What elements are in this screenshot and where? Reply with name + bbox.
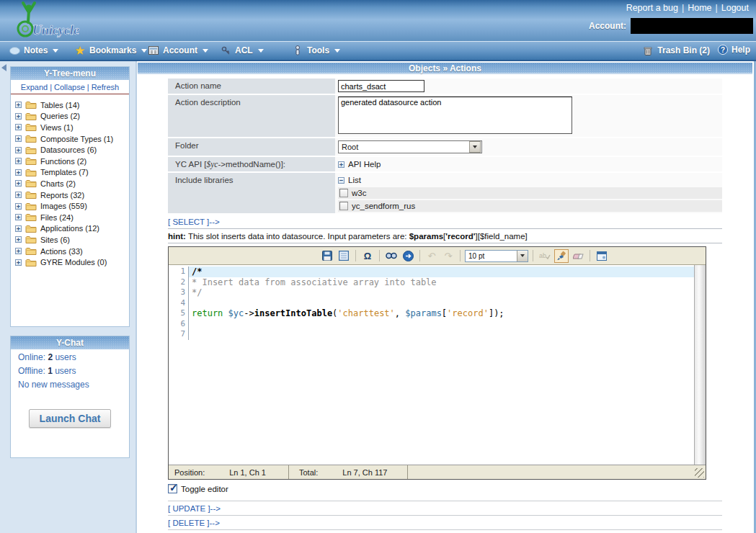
library-list-toggle[interactable]: − List [338, 174, 722, 186]
highlight-icon[interactable] [554, 249, 569, 263]
menu-item-trash-bin[interactable]: Trash Bin (2) [642, 45, 710, 56]
redo-icon[interactable]: ↷ [441, 249, 455, 263]
select-arrow-button[interactable] [517, 251, 528, 261]
expand-plus-icon[interactable]: + [338, 161, 344, 168]
expand-plus-icon[interactable]: + [15, 147, 22, 153]
toolbar-separator [460, 250, 461, 261]
undo-icon[interactable]: ↶ [424, 249, 439, 263]
code-line[interactable]: 5return $yc->insertIntoTable('charttest'… [169, 308, 694, 319]
action-name-input[interactable] [338, 80, 424, 92]
menu-item-account[interactable]: Account [148, 45, 208, 56]
tree-item[interactable]: +Datasources (6) [15, 144, 129, 156]
logout-link[interactable]: Logout [721, 3, 749, 13]
sidebar-collapse-icon[interactable] [1, 64, 6, 71]
tree-item[interactable]: +Composite Types (1) [15, 133, 129, 145]
unicycle-logo[interactable]: Unicycle [9, 1, 86, 42]
status-spacer [408, 465, 706, 479]
action-description-textarea[interactable]: generated datasource action [338, 97, 572, 134]
menu-item-acl[interactable]: ACL [220, 45, 264, 56]
expand-plus-icon[interactable]: + [15, 135, 22, 142]
folder-icon [25, 212, 37, 222]
yc-sendform-rus-checkbox[interactable] [339, 202, 348, 210]
special-chars-icon[interactable]: Ω [360, 249, 375, 263]
maximize-icon[interactable] [595, 249, 609, 263]
expand-plus-icon[interactable]: + [15, 225, 22, 232]
tree-item[interactable]: +Queries (2) [15, 111, 129, 122]
editor-vertical-scrollbar[interactable] [694, 265, 706, 465]
expand-plus-icon[interactable]: + [15, 124, 22, 130]
expand-plus-icon[interactable]: + [15, 180, 22, 187]
tree-item[interactable]: +Views (1) [15, 122, 129, 133]
code-area[interactable]: 1/*2* Insert data from associative array… [169, 265, 694, 465]
acl-icon [220, 45, 231, 56]
tree-item[interactable]: +Actions (33) [15, 246, 129, 257]
spellcheck-icon[interactable]: ab [538, 249, 552, 263]
goto-icon[interactable] [401, 249, 415, 263]
code-line[interactable]: 4 [169, 298, 694, 309]
erase-icon[interactable] [571, 249, 585, 263]
tree-refresh-link[interactable]: Refresh [92, 83, 120, 91]
report-a-bug-link[interactable]: Report a bug [626, 3, 678, 13]
tree-item[interactable]: +Templates (7) [15, 167, 129, 179]
home-link[interactable]: Home [688, 3, 711, 13]
tree-item[interactable]: +Images (559) [15, 200, 129, 212]
tree-item[interactable]: +Reports (32) [15, 189, 129, 201]
find-icon[interactable] [384, 249, 399, 263]
expand-plus-icon[interactable]: + [15, 192, 22, 198]
menu-item-label: Help [731, 45, 750, 55]
font-size-value: 10 pt [466, 252, 517, 260]
tree-item[interactable]: +Charts (2) [15, 178, 129, 189]
select-slot-link[interactable]: [ SELECT ]--> [168, 215, 722, 229]
tree-item[interactable]: +Tables (14) [15, 99, 129, 111]
collapse-minus-icon[interactable]: − [338, 177, 344, 184]
expand-plus-icon[interactable]: + [15, 236, 22, 243]
expand-plus-icon[interactable]: + [15, 158, 22, 164]
expand-plus-icon[interactable]: + [15, 113, 22, 120]
update-slot-link[interactable]: [ UPDATE ]--> [168, 501, 722, 516]
tree-item-label: Applications (12) [40, 224, 99, 233]
chevron-down-icon [203, 49, 208, 53]
tree-item[interactable]: +GYRE Modules (0) [15, 256, 129, 268]
select-arrow-button[interactable] [469, 141, 481, 153]
tree-item[interactable]: +Applications (12) [15, 223, 129, 235]
code-line[interactable]: 6 [169, 319, 694, 330]
code-line[interactable]: 2* Insert data from associative array in… [169, 277, 694, 288]
link-separator: | [716, 3, 718, 13]
library-item-label: yc_sendform_rus [352, 202, 415, 210]
account-icon [148, 45, 159, 56]
expand-plus-icon[interactable]: + [15, 102, 22, 108]
code-line[interactable]: 1/* [169, 266, 694, 277]
font-size-select[interactable]: 10 pt [465, 250, 528, 262]
select-all-icon[interactable] [337, 249, 351, 263]
tree-list: +Tables (14)+Queries (2)+Views (1)+Compo… [11, 94, 129, 268]
expand-plus-icon[interactable]: + [15, 169, 22, 176]
code-line[interactable]: 7 [169, 329, 694, 340]
resize-grip[interactable] [695, 468, 704, 478]
menu-item-bookmarks[interactable]: ★ Bookmarks [74, 45, 147, 56]
tree-expand-link[interactable]: Expand [21, 83, 48, 91]
main-content: Objects » Actions Action name Action des… [137, 61, 756, 533]
expand-plus-icon[interactable]: + [15, 214, 22, 220]
tree-collapse-link[interactable]: Collapse [54, 83, 85, 91]
api-help-toggle[interactable]: + API Help [338, 158, 722, 170]
menu-item-label: Account [163, 45, 197, 55]
w3c-checkbox[interactable] [339, 189, 348, 197]
line-number: 3 [169, 287, 189, 298]
toggle-editor-checkbox[interactable]: ✓ [168, 484, 177, 493]
tree-item[interactable]: +Sites (6) [15, 234, 129, 246]
folder-select[interactable]: Root [338, 140, 482, 153]
menu-item-notes[interactable]: Notes [9, 45, 58, 56]
expand-plus-icon[interactable]: + [15, 259, 22, 266]
launch-chat-button[interactable]: Launch Chat [29, 409, 112, 428]
tree-item[interactable]: +Files (24) [15, 212, 129, 223]
save-icon[interactable] [320, 249, 334, 263]
expand-plus-icon[interactable]: + [15, 203, 22, 210]
menu-item-help[interactable]: ? Help [718, 45, 750, 55]
folder-icon [25, 145, 37, 155]
expand-plus-icon[interactable]: + [15, 248, 22, 254]
tree-item[interactable]: +Functions (2) [15, 156, 129, 167]
menu-item-tools[interactable]: Tools [292, 45, 340, 56]
code-line[interactable]: 3*/ [169, 287, 694, 298]
delete-slot-link[interactable]: [ DELETE ]--> [168, 516, 722, 530]
folder-icon [25, 190, 37, 200]
